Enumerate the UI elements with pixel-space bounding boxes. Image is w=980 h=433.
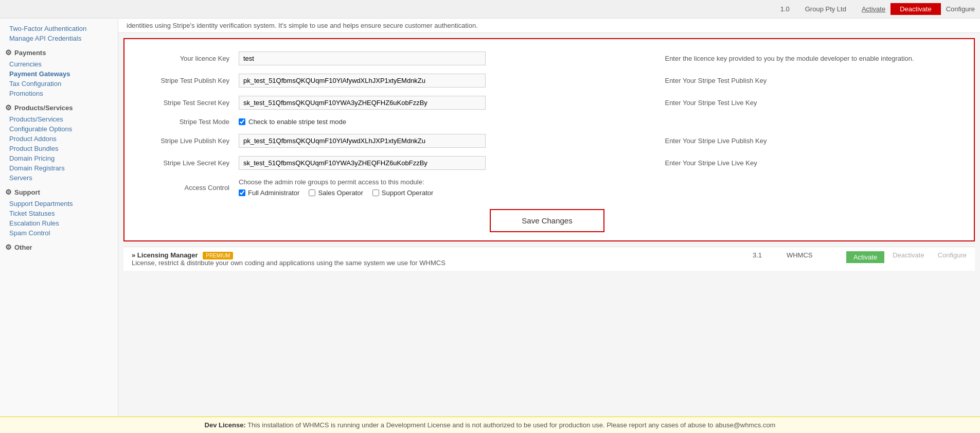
sidebar-item-ticket-statuses[interactable]: Ticket Statuses xyxy=(5,209,113,218)
licensing-deactivate-link[interactable]: Deactivate xyxy=(893,251,924,259)
test-mode-help-cell xyxy=(660,114,961,130)
licensing-row: » Licensing Manager PREMIUM License, res… xyxy=(123,247,975,271)
test-secret-key-row: Stripe Test Secret Key Enter Your Stripe… xyxy=(133,92,961,114)
test-secret-label: Stripe Test Secret Key xyxy=(133,92,236,114)
sidebar-section-products: ⚙ Products/Services xyxy=(5,103,113,112)
sidebar-item-currencies[interactable]: Currencies xyxy=(5,59,113,69)
licence-key-row: Your licence Key Enter the licence key p… xyxy=(133,47,961,70)
access-control-checkboxes: Full Administrator Sales Operator Suppor… xyxy=(239,189,958,197)
sidebar-item-manage-api[interactable]: Manage API Credentials xyxy=(5,33,113,43)
configure-link[interactable]: Configure xyxy=(946,5,975,13)
test-mode-help: Check to enable stripe test mode xyxy=(248,118,346,126)
test-mode-checkbox[interactable] xyxy=(239,118,245,125)
live-publish-help: Enter Your Stripe Live Publish Key xyxy=(660,130,961,152)
company-info: Group Pty Ltd xyxy=(805,5,846,13)
config-form-table: Your licence Key Enter the licence key p… xyxy=(133,47,961,201)
test-secret-help: Enter Your Stripe Test Live Key xyxy=(660,92,961,114)
gear-icon-3: ⚙ xyxy=(5,188,12,196)
live-publish-input[interactable] xyxy=(239,134,486,148)
live-secret-key-row: Stripe Live Secret Key Enter Your Stripe… xyxy=(133,152,961,174)
activate-link[interactable]: Activate xyxy=(862,5,885,13)
gear-icon-4: ⚙ xyxy=(5,243,12,251)
licensing-description: License, restrict & distribute your own … xyxy=(132,259,446,267)
full-admin-checkbox[interactable] xyxy=(239,189,245,196)
sidebar-item-two-factor-auth[interactable]: Two-Factor Authentication xyxy=(5,24,113,33)
save-btn-row: Save Changes xyxy=(133,209,961,232)
live-secret-help: Enter Your Stripe Live Live Key xyxy=(660,152,961,174)
sidebar: Two-Factor Authentication Manage API Cre… xyxy=(0,19,118,433)
sidebar-section-other: ⚙ Other xyxy=(5,243,113,251)
full-admin-label[interactable]: Full Administrator xyxy=(239,189,299,197)
live-publish-label: Stripe Live Publish Key xyxy=(133,130,236,152)
live-publish-key-row: Stripe Live Publish Key Enter Your Strip… xyxy=(133,130,961,152)
licence-key-input[interactable] xyxy=(239,51,486,65)
version-info: 1.0 xyxy=(780,5,790,13)
sales-operator-label[interactable]: Sales Operator xyxy=(309,189,363,197)
deactivate-button[interactable]: Deactivate xyxy=(890,3,940,15)
test-mode-row: Stripe Test Mode Check to enable stripe … xyxy=(133,114,961,130)
dev-license-bar: Dev License: This installation of WHMCS … xyxy=(0,417,980,433)
licensing-configure-link[interactable]: Configure xyxy=(938,251,967,259)
test-mode-checkbox-row: Check to enable stripe test mode xyxy=(239,118,656,126)
licensing-activate-button[interactable]: Activate xyxy=(846,251,884,263)
gear-icon: ⚙ xyxy=(5,48,12,57)
config-panel: Your licence Key Enter the licence key p… xyxy=(123,38,975,241)
sidebar-item-product-bundles[interactable]: Product Bundles xyxy=(5,144,113,153)
sidebar-item-promotions[interactable]: Promotions xyxy=(5,89,113,98)
sidebar-item-products-services[interactable]: Products/Services xyxy=(5,114,113,124)
licensing-desc: » Licensing Manager PREMIUM License, res… xyxy=(132,251,744,267)
access-control-label: Access Control xyxy=(133,174,236,201)
test-publish-input[interactable] xyxy=(239,74,486,88)
support-operator-label[interactable]: Support Operator xyxy=(372,189,433,197)
sidebar-item-escalation-rules[interactable]: Escalation Rules xyxy=(5,218,113,228)
sidebar-section-payments: ⚙ Payments xyxy=(5,48,113,57)
sidebar-section-support: ⚙ Support xyxy=(5,188,113,196)
test-publish-input-cell xyxy=(236,70,660,92)
test-publish-label: Stripe Test Publish Key xyxy=(133,70,236,92)
licensing-title: » Licensing Manager xyxy=(132,251,198,259)
sidebar-item-configurable-options[interactable]: Configurable Options xyxy=(5,124,113,134)
licensing-version: 3.1 xyxy=(753,251,778,259)
sidebar-item-domain-pricing[interactable]: Domain Pricing xyxy=(5,153,113,163)
licence-key-input-cell xyxy=(236,47,660,70)
premium-badge: PREMIUM xyxy=(203,252,233,259)
support-operator-checkbox[interactable] xyxy=(372,189,379,196)
dev-bar-text: This installation of WHMCS is running un… xyxy=(247,421,775,429)
access-control-help: Choose the admin role groups to permit a… xyxy=(239,178,958,186)
sidebar-item-payment-gateways[interactable]: Payment Gateways xyxy=(5,69,113,79)
licence-key-label: Your licence Key xyxy=(133,47,236,70)
sidebar-item-servers[interactable]: Servers xyxy=(5,173,113,183)
live-secret-input-cell xyxy=(236,152,660,174)
test-mode-label: Stripe Test Mode xyxy=(133,114,236,130)
sidebar-item-support-departments[interactable]: Support Departments xyxy=(5,199,113,209)
partial-top-text: identities using Stripe's identity verif… xyxy=(118,19,980,33)
licence-key-help: Enter the licence key provided to you by… xyxy=(660,47,961,70)
dev-bar-strong: Dev License: xyxy=(205,421,246,429)
sales-operator-checkbox[interactable] xyxy=(309,189,315,196)
access-control-row: Access Control Choose the admin role gro… xyxy=(133,174,961,201)
licensing-company: WHMCS xyxy=(787,251,838,259)
sidebar-item-spam-control[interactable]: Spam Control xyxy=(5,228,113,238)
sidebar-item-product-addons[interactable]: Product Addons xyxy=(5,134,113,144)
sidebar-item-domain-registrars[interactable]: Domain Registrars xyxy=(5,163,113,173)
main-content: identities using Stripe's identity verif… xyxy=(118,19,980,433)
sidebar-item-tax-configuration[interactable]: Tax Configuration xyxy=(5,79,113,89)
top-bar: 1.0 Group Pty Ltd Activate Deactivate Co… xyxy=(0,0,980,19)
test-publish-key-row: Stripe Test Publish Key Enter Your Strip… xyxy=(133,70,961,92)
test-mode-input-cell: Check to enable stripe test mode xyxy=(236,114,660,130)
live-publish-input-cell xyxy=(236,130,660,152)
test-secret-input-cell xyxy=(236,92,660,114)
save-changes-button[interactable]: Save Changes xyxy=(490,209,604,232)
gear-icon-2: ⚙ xyxy=(5,103,12,112)
test-publish-help: Enter Your Stripe Test Publish Key xyxy=(660,70,961,92)
test-secret-input[interactable] xyxy=(239,96,486,110)
live-secret-input[interactable] xyxy=(239,156,486,170)
live-secret-label: Stripe Live Secret Key xyxy=(133,152,236,174)
access-control-input-cell: Choose the admin role groups to permit a… xyxy=(236,174,961,201)
